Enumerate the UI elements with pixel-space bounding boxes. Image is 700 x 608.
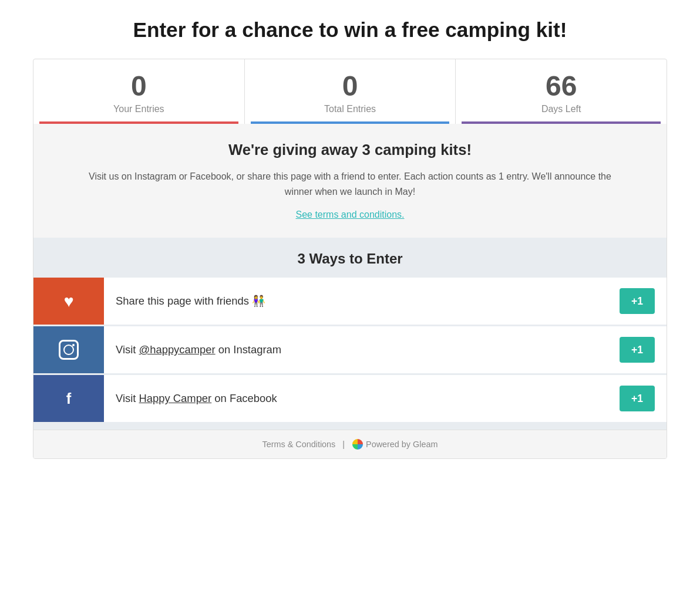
footer-divider: | bbox=[342, 440, 345, 449]
your-entries-bar bbox=[39, 121, 238, 124]
share-text: Share this page with friends 👫 bbox=[104, 295, 620, 308]
heart-icon: ♥ bbox=[63, 292, 73, 311]
facebook-icon: f bbox=[66, 390, 72, 407]
facebook-link[interactable]: Happy Camper bbox=[139, 392, 212, 404]
stat-days-left: 66 Days Left bbox=[456, 59, 667, 124]
description-section: We're giving away 3 camping kits! Visit … bbox=[33, 124, 667, 238]
total-entries-number: 0 bbox=[251, 72, 450, 100]
share-badge[interactable]: +1 bbox=[620, 288, 655, 314]
footer-terms-link[interactable]: Terms & Conditions bbox=[262, 440, 336, 449]
stat-your-entries: 0 Your Entries bbox=[33, 59, 245, 124]
entry-facebook[interactable]: f Visit Happy Camper on Facebook +1 bbox=[33, 375, 667, 422]
gleam-logo: Powered by Gleam bbox=[352, 438, 438, 450]
entry-share[interactable]: ♥ Share this page with friends 👫 +1 bbox=[33, 278, 667, 325]
total-entries-bar bbox=[251, 121, 450, 124]
giveaway-body: Visit us on Instagram or Facebook, or sh… bbox=[80, 169, 620, 199]
instagram-text: Visit @happycamper on Instagram bbox=[104, 343, 620, 356]
facebook-text: Visit Happy Camper on Facebook bbox=[104, 392, 620, 405]
stat-total-entries: 0 Total Entries bbox=[245, 59, 456, 124]
share-icon-box: ♥ bbox=[33, 278, 104, 325]
terms-link[interactable]: See terms and conditions. bbox=[296, 210, 405, 219]
contest-box: 0 Your Entries 0 Total Entries 66 Days L… bbox=[33, 59, 667, 459]
powered-by-label: Powered by Gleam bbox=[366, 440, 438, 449]
instagram-dot bbox=[72, 344, 75, 346]
facebook-badge[interactable]: +1 bbox=[620, 386, 655, 411]
gleam-icon bbox=[352, 438, 364, 450]
instagram-badge[interactable]: +1 bbox=[620, 337, 655, 363]
giveaway-title: We're giving away 3 camping kits! bbox=[80, 141, 620, 158]
entry-instagram[interactable]: Visit @happycamper on Instagram +1 bbox=[33, 326, 667, 373]
instagram-link[interactable]: @happycamper bbox=[139, 343, 216, 356]
contest-footer: Terms & Conditions | Powered by Gleam bbox=[33, 430, 667, 458]
instagram-icon bbox=[59, 340, 79, 360]
days-left-number: 66 bbox=[462, 72, 661, 100]
your-entries-number: 0 bbox=[39, 72, 238, 100]
your-entries-label: Your Entries bbox=[39, 104, 238, 114]
days-left-bar bbox=[462, 121, 661, 124]
share-label: Share this page with friends 👫 bbox=[116, 295, 265, 307]
facebook-icon-box: f bbox=[33, 375, 104, 422]
instagram-icon-box bbox=[33, 326, 104, 373]
days-left-label: Days Left bbox=[462, 104, 661, 114]
stats-row: 0 Your Entries 0 Total Entries 66 Days L… bbox=[33, 59, 667, 124]
ways-section: 3 Ways to Enter ♥ Share this page with f… bbox=[33, 238, 667, 430]
total-entries-label: Total Entries bbox=[251, 104, 450, 114]
page-wrapper: Enter for a chance to win a free camping… bbox=[33, 18, 667, 459]
page-title: Enter for a chance to win a free camping… bbox=[33, 18, 667, 42]
ways-title: 3 Ways to Enter bbox=[33, 251, 667, 267]
